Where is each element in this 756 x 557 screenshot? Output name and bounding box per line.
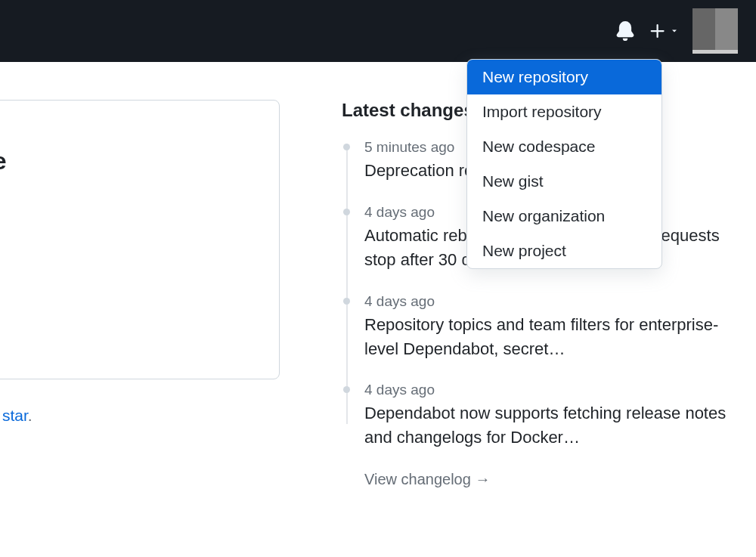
avatar[interactable]: [692, 8, 738, 54]
feed-footer-text: es you watch or star.: [0, 407, 287, 425]
menu-item-new-organization[interactable]: New organization: [467, 199, 662, 234]
change-title: Dependabot now supports fetching release…: [364, 401, 750, 450]
change-title: Repository topics and team filters for e…: [364, 313, 750, 361]
feed-card-subtext: on repositories you: [0, 243, 256, 261]
change-time: 4 days ago: [364, 293, 756, 310]
menu-item-new-gist[interactable]: New gist: [467, 164, 662, 199]
change-time: 4 days ago: [364, 382, 756, 398]
menu-item-new-project[interactable]: New project: [467, 234, 662, 268]
menu-item-new-repository[interactable]: New repository: [467, 60, 662, 94]
change-item[interactable]: 4 days ago Repository topics and team fi…: [364, 293, 756, 361]
create-dropdown: New repository Import repository New cod…: [466, 59, 662, 269]
menu-item-new-codespace[interactable]: New codespace: [467, 129, 662, 164]
feed-card: ple to populate on repositories you: [0, 100, 280, 379]
star-link[interactable]: star: [2, 407, 28, 424]
feed-footer-suffix: .: [28, 407, 33, 424]
menu-item-import-repository[interactable]: Import repository: [467, 94, 662, 129]
notifications-icon[interactable]: [615, 21, 635, 41]
view-changelog-link[interactable]: View changelog →: [342, 471, 756, 488]
left-column: ple to populate on repositories you es y…: [0, 100, 287, 488]
create-menu-button[interactable]: [649, 22, 679, 40]
plus-icon: [649, 22, 667, 40]
feed-card-title: ple to populate: [0, 147, 256, 175]
site-header: [0, 0, 756, 62]
chevron-down-icon: [670, 26, 679, 36]
change-item[interactable]: 4 days ago Dependabot now supports fetch…: [364, 382, 756, 450]
